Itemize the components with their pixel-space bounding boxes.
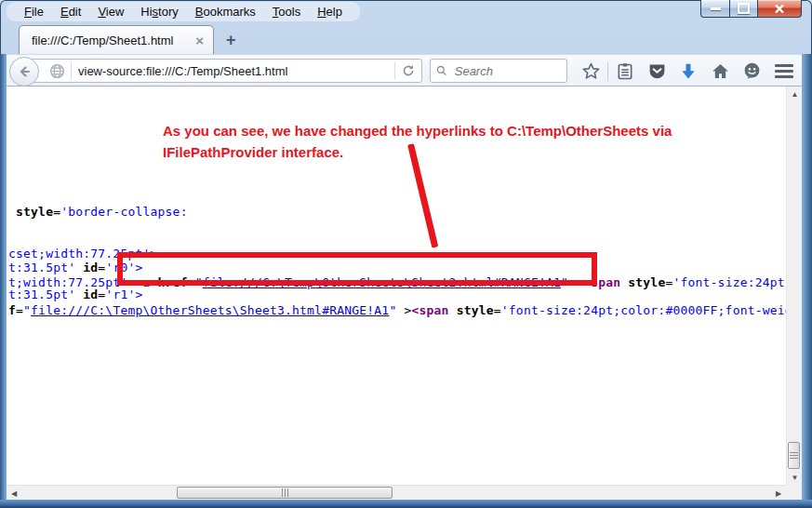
chat-smiley-icon [742,61,762,81]
scroll-right-icon: ▶ [776,489,781,498]
highlight-rectangle [117,252,597,286]
menu-tools[interactable]: Tools [264,3,309,20]
reload-icon [402,64,415,77]
home-button[interactable] [704,61,736,81]
vertical-scroll-thumb[interactable] [788,442,800,469]
minimize-icon [711,7,721,10]
horizontal-scroll-thumb[interactable] [177,487,393,499]
source-link-sheet3[interactable]: file:///C:\Temp\OtherSheets\Sheet3.html#… [31,303,389,317]
menu-bar: File Edit View History Bookmarks Tools H… [7,2,360,21]
source-line: t:31.5pt' id='r1'> [8,287,143,302]
url-text[interactable]: view-source:file:///C:/Temp/Sheet1.html [78,64,394,78]
toolbar-separator [607,62,608,81]
vertical-scrollbar[interactable]: ▲ ▼ [786,87,802,485]
close-button[interactable] [758,0,802,18]
close-icon [774,4,785,14]
thumb-grip [790,452,798,459]
menu-help[interactable]: Help [309,3,351,20]
annotation-line1: As you can see, we have changed the hype… [163,120,672,141]
back-button[interactable] [9,57,39,87]
thumb-grip [282,488,288,497]
menu-edit[interactable]: Edit [52,3,89,20]
star-icon [581,61,601,81]
source-line: f="file:///C:\Temp\OtherSheets\Sheet3.ht… [8,303,800,318]
scroll-left-icon: ◀ [11,489,17,498]
source-line: style='border-collapse: [8,205,188,220]
pocket-icon [647,61,667,81]
scroll-down-icon: ▼ [792,474,799,482]
view-source-content: As you can see, we have changed the hype… [7,87,802,485]
search-icon [436,64,447,77]
scroll-down-button[interactable]: ▼ [787,470,803,485]
search-box[interactable] [430,59,567,83]
navigation-bar: view-source:file:///C:/Temp/Sheet1.html [2,54,810,87]
url-bar[interactable]: view-source:file:///C:/Temp/Sheet1.html [24,59,422,83]
hello-chat-button[interactable] [736,61,767,81]
window-border-left [0,54,7,508]
browser-window: File Edit View History Bookmarks Tools H… [0,0,812,508]
search-input[interactable] [453,63,561,79]
annotation-text: As you can see, we have changed the hype… [163,120,672,163]
new-tab-button[interactable]: + [226,32,236,48]
window-controls [700,0,802,18]
toolbar-icons [575,55,805,87]
scroll-up-button[interactable]: ▲ [787,87,803,101]
downloads-button[interactable] [672,62,704,81]
url-separator [71,62,72,79]
bookmark-star-button[interactable] [575,61,606,81]
tab-close-icon[interactable]: × [193,33,206,47]
minimize-button[interactable] [700,0,730,18]
home-icon [711,61,730,81]
globe-icon [49,63,65,79]
maximize-button[interactable] [730,0,758,18]
scroll-right-button[interactable]: ▶ [771,486,786,501]
tab-bar: file:///C:/Temp/Sheet1.html × + [0,24,812,54]
window-border-right [802,54,812,508]
bookmarks-menu-button[interactable] [609,62,641,81]
hamburger-icon [775,64,793,67]
clipboard-icon [616,62,634,81]
menu-file[interactable]: File [16,3,52,20]
scrollbar-corner [786,485,802,500]
menu-view[interactable]: View [89,3,132,20]
pocket-button[interactable] [641,61,672,81]
tab-sheet1[interactable]: file:///C:/Temp/Sheet1.html × [19,25,214,54]
download-arrow-icon [679,62,698,81]
menu-history[interactable]: History [132,3,186,20]
titlebar: File Edit View History Bookmarks Tools H… [0,0,812,24]
horizontal-scrollbar[interactable]: ◀ ▶ [7,485,786,500]
menu-bookmarks[interactable]: Bookmarks [187,3,264,20]
reload-button[interactable] [394,62,421,79]
window-border-bottom [0,500,812,508]
scroll-left-button[interactable]: ◀ [7,486,21,501]
maximize-icon [738,3,750,14]
scroll-up-icon: ▲ [792,90,799,99]
back-arrow-icon [17,64,32,79]
tab-title: file:///C:/Temp/Sheet1.html [32,33,193,47]
menu-hamburger-button[interactable] [775,64,793,78]
